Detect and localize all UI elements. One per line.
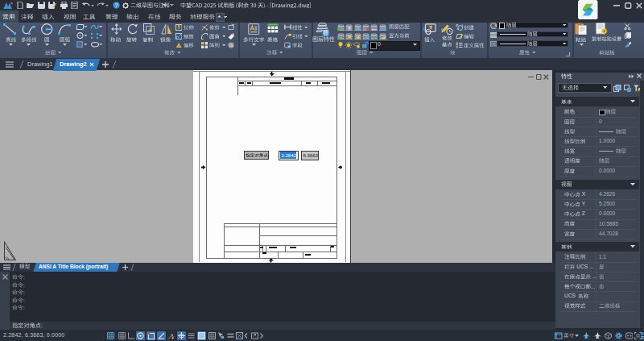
svg-text:?: ? (115, 2, 118, 8)
